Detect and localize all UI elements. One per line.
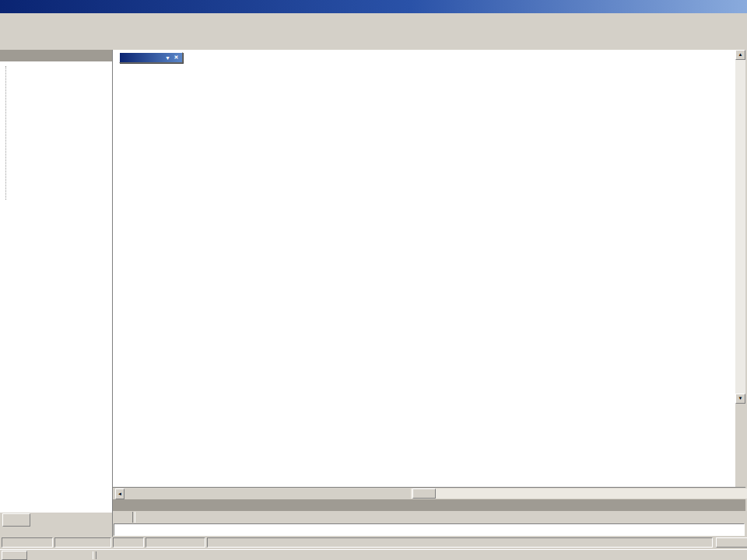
status-plane[interactable]	[146, 537, 205, 548]
vertical-scrollbar[interactable]: ▲ ▼	[735, 50, 745, 487]
mdi-child-icon[interactable]	[0, 12, 14, 25]
pin-icon[interactable]	[724, 501, 734, 510]
status-unit[interactable]	[113, 537, 144, 548]
status-bar	[0, 537, 747, 549]
taskbar-divider	[93, 551, 96, 559]
3d-scene	[113, 50, 735, 487]
panel-header	[0, 50, 112, 61]
application-window: ▼ ✕ ▲ ▼ ◄	[0, 0, 747, 560]
close-icon[interactable]: ✕	[172, 54, 181, 61]
palette-title-bar[interactable]: ▼ ✕	[120, 53, 182, 62]
command-tool-row	[113, 511, 745, 523]
scrollbar-thumb[interactable]	[412, 488, 436, 499]
menu-tree	[0, 61, 112, 513]
menu-tree-panel	[0, 50, 113, 537]
close-icon[interactable]	[100, 51, 110, 61]
status-segment-1	[2, 537, 53, 548]
chevron-down-icon[interactable]: ▼	[163, 55, 172, 61]
cursor-icon[interactable]	[116, 511, 130, 523]
panel-tab[interactable]	[2, 513, 30, 527]
viewport-bottom-bar: ◄	[113, 487, 745, 499]
menu-bar	[0, 13, 747, 24]
status-message	[207, 537, 713, 548]
scroll-down-icon[interactable]: ▼	[735, 394, 745, 404]
panel-tab-strip	[0, 513, 112, 537]
horizontal-scrollbar[interactable]	[411, 488, 747, 499]
3d-viewport[interactable]: ▼ ✕	[113, 50, 735, 487]
command-panel-header	[113, 499, 745, 511]
scrollbar-track[interactable]	[735, 60, 745, 394]
toolbar-secondary	[0, 37, 747, 50]
start-button[interactable]	[2, 551, 27, 560]
toolbar-main	[0, 24, 747, 37]
snap-mode-button[interactable]	[716, 537, 747, 548]
status-segment-2	[54, 537, 111, 548]
close-icon[interactable]	[734, 501, 744, 510]
taskbar	[0, 549, 747, 560]
toolbar-scroll-left-icon[interactable]: ◄	[115, 488, 124, 499]
ansicht-palette: ▼ ✕	[119, 52, 183, 63]
command-input[interactable]	[114, 523, 745, 536]
title-bar	[0, 0, 747, 13]
tree-guide-line	[5, 66, 6, 200]
pin-icon[interactable]	[90, 51, 100, 61]
scroll-up-icon[interactable]: ▲	[735, 50, 745, 60]
